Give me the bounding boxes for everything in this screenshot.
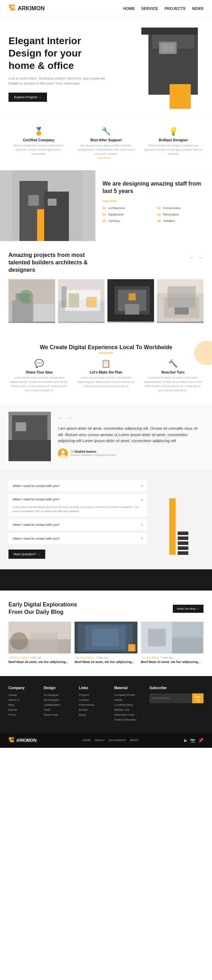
dark-block: [0, 570, 212, 590]
hero-description: Cras et varius libero. Vestibulum portti…: [8, 76, 107, 86]
subscribe-form: Sign Up: [150, 694, 204, 703]
faq-bar-3: [178, 536, 188, 540]
footer-company-blog[interactable]: Blog: [8, 703, 38, 706]
item-label-2: Equipment: [108, 213, 124, 216]
footer-logo-icon: 🏗: [8, 737, 14, 744]
faq-item-0[interactable]: When I need to contact with you? ▾: [8, 480, 147, 491]
footer-design-3[interactable]: Tools: [44, 708, 73, 711]
svg-point-38: [61, 450, 65, 454]
logo-icon: 🏗: [8, 4, 16, 13]
svg-rect-43: [30, 632, 58, 654]
faq-question-0: When I need to contact with you?: [13, 484, 60, 488]
blog-title-2: Beof Meat sit amet, ste hur adipiscing..…: [141, 660, 204, 664]
footer-material-5[interactable]: Further Education: [114, 718, 144, 721]
footer-material-4[interactable]: Alternative Goal: [114, 713, 144, 716]
subscribe-email-input[interactable]: [150, 694, 192, 703]
design-item-5: 06 Isolation: [157, 219, 205, 223]
step-2: 🔨 Now,Our Turn Lorem ipsum dolor sit ame…: [142, 359, 204, 393]
hero-accent-block: [170, 88, 191, 109]
feature-1-link[interactable]: See More →: [76, 156, 136, 159]
nav-home[interactable]: HOME: [123, 6, 135, 11]
svg-rect-27: [129, 293, 135, 301]
svg-rect-32: [175, 307, 189, 315]
svg-rect-11: [48, 199, 57, 206]
support-icon: 🔧: [76, 127, 136, 136]
feature-designer: 💡 Brilliant Designer Morbi volutpat est …: [143, 127, 204, 159]
more-questions-button[interactable]: More Question? →: [8, 550, 45, 559]
svg-rect-50: [172, 622, 203, 638]
footer-links-3[interactable]: Events: [79, 708, 108, 711]
read-blog-button[interactable]: Read Our Blog →: [173, 605, 204, 613]
footer-col-material: Material Company Profile Health Localhos…: [114, 686, 144, 723]
testimonial-content: ← → I am ipsum dolor sit amet, consectet…: [58, 415, 204, 458]
testimonial-prev[interactable]: ←: [58, 415, 64, 421]
step-0-title: Share Your Idea: [8, 371, 70, 374]
nav-projects[interactable]: PROJECTS: [165, 6, 185, 11]
footer-links-0[interactable]: Projects: [79, 694, 108, 697]
footer-nav-home[interactable]: HOME: [82, 739, 91, 742]
footer-material-3[interactable]: Affiliate Link: [114, 708, 144, 711]
blog-meta-1: by things #Items 3 days ago: [75, 656, 137, 659]
logo[interactable]: 🏗 ARKIMON: [8, 4, 45, 13]
footer-links-4[interactable]: Blogs: [79, 713, 108, 716]
footer-material-0[interactable]: Company Profile: [114, 694, 144, 697]
footer-links-2[interactable]: Panel Areas: [79, 703, 108, 706]
footer-company-press[interactable]: Press: [8, 713, 38, 716]
social-twitter[interactable]: ▶: [184, 738, 187, 743]
faq-bar-4: [178, 541, 188, 545]
faq-section: When I need to contact with you? ▾ When …: [0, 470, 212, 570]
nav-links: HOME SERVICE PROJECTS NEWS: [123, 6, 204, 11]
testimonial-section: ← → I am ipsum dolor sit amet, consectet…: [0, 403, 212, 470]
step-0: 💬 Share Your Idea Lorem ipsum dolor sit …: [8, 359, 70, 393]
hero-content: Elegant Interior Design for your home & …: [8, 35, 107, 102]
hero-title: Elegant Interior Design for your home & …: [8, 35, 107, 72]
footer-design-4[interactable]: Report Hub: [44, 713, 73, 716]
faq-item-3[interactable]: When I need to contact with you? ▾: [8, 533, 147, 544]
subscribe-button[interactable]: Sign Up: [192, 694, 204, 703]
footer-company-about[interactable]: About us: [8, 698, 38, 702]
prev-arrow[interactable]: ←: [190, 255, 195, 261]
explore-button[interactable]: Explore Projects →: [8, 92, 47, 102]
footer-links-1[interactable]: Contact: [79, 698, 108, 702]
social-instagram[interactable]: 📷: [190, 738, 195, 743]
chevron-2: ▾: [141, 523, 143, 527]
footer-material-2[interactable]: Localhost Blog: [114, 703, 144, 706]
footer-company-career[interactable]: Career: [8, 694, 38, 697]
testimonial-next[interactable]: →: [67, 415, 72, 421]
project-card-3[interactable]: [157, 279, 204, 323]
svg-rect-16: [33, 304, 54, 321]
nav-news[interactable]: NEWS: [192, 6, 204, 11]
footer-col-design: Design UI Designer 3D Designer Collabora…: [44, 686, 73, 723]
footer-nav-insurance[interactable]: INSURANCE: [109, 739, 126, 742]
step-2-icon: 🔨: [142, 359, 204, 368]
footer-design-0[interactable]: UI Designer: [44, 694, 73, 697]
item-num-0: 01: [102, 207, 106, 210]
faq-item-1[interactable]: When I need to contact with you? ▴: [8, 494, 147, 505]
footer-bottom-nav: HOME ABOUT INSURANCE NEWS: [82, 739, 139, 742]
footer-nav-news[interactable]: NEWS: [130, 739, 139, 742]
project-card-1[interactable]: [58, 279, 105, 323]
design-item-4: 05 Sanitary: [102, 219, 150, 223]
svg-rect-36: [8, 440, 51, 461]
next-arrow[interactable]: →: [198, 255, 204, 261]
footer-design-1[interactable]: 3D Designer: [44, 698, 73, 702]
project-card-0[interactable]: [8, 279, 55, 323]
footer-social: ▶ 📷 📌: [184, 738, 204, 743]
footer-nav-about[interactable]: ABOUT: [95, 739, 105, 742]
blog-time-2: 3 days ago: [161, 656, 173, 659]
blog-arrow-1[interactable]: →: [128, 644, 135, 651]
faq-expanded-answer: If you have any questions about our serv…: [8, 505, 147, 516]
step-1-desc: Lorem ipsum dolor sit amet, consectetur …: [75, 375, 136, 388]
social-pinterest[interactable]: 📌: [198, 738, 204, 743]
faq-item-2[interactable]: When I need to contact with you? ▾: [8, 519, 147, 530]
project-card-2[interactable]: [107, 279, 154, 323]
footer-company-events[interactable]: Events: [8, 708, 38, 711]
nav-service[interactable]: SERVICE: [141, 6, 158, 11]
svg-rect-31: [167, 286, 196, 307]
svg-rect-8: [28, 195, 39, 206]
blog-card-1: → by things #Items 3 days ago Beof Meat …: [75, 622, 137, 665]
testimonial-image: [8, 412, 51, 461]
footer-material-1[interactable]: Health: [114, 698, 144, 702]
faq-question-3: When I need to contact with you?: [13, 537, 60, 540]
footer-design-2[interactable]: Collaboration: [44, 703, 73, 706]
